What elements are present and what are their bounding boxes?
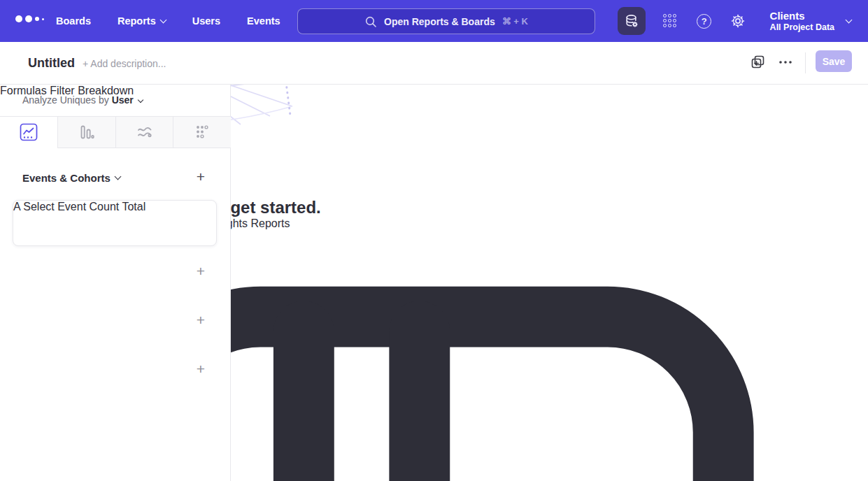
search-placeholder: Open Reports & Boards — [384, 16, 495, 27]
search-shortcut: ⌘ + K — [502, 16, 528, 27]
top-navigation-bar: Boards Reports Users Events Open Reports… — [0, 0, 868, 42]
more-options-button[interactable] — [778, 55, 793, 72]
help-icon: ? — [697, 14, 711, 29]
add-description-field[interactable]: + Add description... — [83, 58, 166, 69]
select-event-label[interactable]: Select Event — [23, 201, 86, 213]
database-gear-icon — [624, 13, 639, 29]
nav-item-users[interactable]: Users — [192, 15, 220, 27]
save-button[interactable]: Save — [816, 50, 852, 72]
report-title[interactable]: Untitled — [28, 56, 75, 71]
gear-icon — [730, 13, 746, 29]
project-scope: All Project Data — [770, 22, 834, 33]
add-event-button[interactable]: + — [194, 170, 208, 184]
report-header: Untitled + Add description... Save — [0, 42, 868, 85]
event-card[interactable]: A Select Event Count Total — [13, 200, 217, 246]
analyze-prefix-label: Analyze Uniques by — [22, 94, 109, 106]
nav-item-label: Boards — [56, 15, 91, 27]
tab-bar-chart[interactable] — [57, 117, 115, 148]
apps-grid-button[interactable] — [657, 7, 685, 35]
add-formula-button[interactable]: + — [194, 264, 208, 278]
dots-grid-tab-icon — [194, 124, 211, 141]
chevron-down-icon — [138, 97, 143, 103]
primary-nav: Boards Reports Users Events — [56, 0, 280, 42]
count-total-label[interactable]: Count Total — [90, 201, 146, 213]
search-icon — [364, 15, 377, 28]
settings-button[interactable] — [724, 7, 752, 35]
project-selector[interactable]: Clients All Project Data — [770, 10, 834, 33]
global-search-input[interactable]: Open Reports & Boards ⌘ + K — [297, 8, 595, 34]
project-name: Clients — [770, 10, 834, 22]
line-chart-tab-icon — [20, 123, 38, 141]
tab-retention-grid[interactable] — [173, 117, 231, 148]
mixpanel-logo-icon[interactable] — [15, 15, 44, 22]
help-button[interactable]: ? — [690, 7, 718, 35]
flows-tab-icon — [136, 124, 153, 141]
ellipsis-icon — [778, 55, 793, 69]
nav-item-label: Reports — [118, 15, 156, 27]
chevron-down-icon — [159, 16, 166, 23]
analyze-value: User — [112, 94, 134, 106]
event-letter-badge: A — [13, 201, 20, 213]
nav-item-reports[interactable]: Reports — [118, 15, 166, 27]
nav-item-boards[interactable]: Boards — [56, 15, 91, 27]
query-builder-sidebar: Analyze Uniques by User — [0, 85, 231, 481]
nav-item-events[interactable]: Events — [247, 15, 280, 27]
bar-chart-tab-icon — [78, 124, 95, 141]
analyze-uniques-row: Analyze Uniques by User — [22, 94, 143, 106]
analyze-value-dropdown[interactable]: User — [112, 94, 143, 106]
tab-flows[interactable] — [115, 117, 173, 148]
duplicate-button[interactable] — [750, 55, 765, 72]
data-management-button[interactable] — [618, 7, 646, 35]
chevron-down-icon[interactable] — [846, 16, 853, 23]
add-filter-button[interactable]: + — [194, 313, 208, 327]
nav-right-cluster: ? Clients All Project Data — [618, 0, 868, 42]
add-breakdown-button[interactable]: + — [194, 362, 208, 376]
nav-item-label: Users — [192, 15, 220, 27]
section-title: Events & Cohorts — [22, 172, 111, 184]
tab-insights-line[interactable] — [0, 117, 57, 148]
grid-icon — [663, 14, 678, 29]
copy-plus-icon — [750, 55, 765, 69]
header-divider — [805, 52, 806, 73]
chevron-down-icon — [114, 173, 121, 180]
nav-item-label: Events — [247, 15, 280, 27]
events-cohorts-section-header[interactable]: Events & Cohorts — [22, 172, 120, 184]
chart-type-tabstrip — [0, 116, 231, 148]
